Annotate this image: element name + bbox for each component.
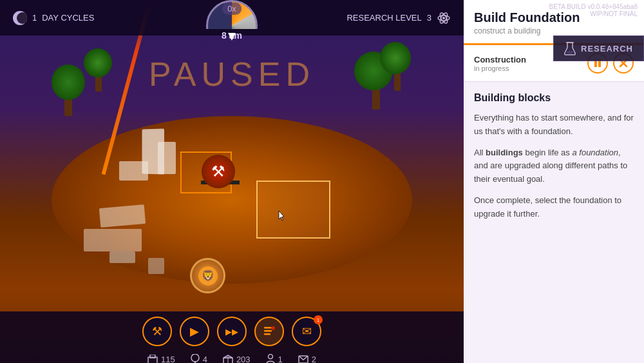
hud-left: 1 DAY CYCLES	[13, 11, 94, 25]
terrain-ground	[52, 116, 412, 284]
people-status: 1	[266, 354, 283, 363]
circular-element: 🦁	[190, 258, 225, 293]
build-button[interactable]: ⚒	[142, 317, 172, 346]
svg-rect-9	[150, 355, 155, 358]
tree-group-left-2	[84, 48, 119, 90]
top-hud: 1 DAY CYCLES 8 am 0x RESEARCH LEVEL 3	[0, 0, 464, 35]
paused-text: PAUSED	[149, 55, 315, 93]
construction-status: in progress	[474, 64, 526, 72]
game-viewport: PAUSED ⚒ 🦁 1 DAY CYCLES 8 am	[0, 0, 464, 363]
bottom-bar: ⚒ ▶ ▶▶ ✉ 1 115	[0, 311, 464, 363]
svg-point-7	[271, 326, 275, 330]
boxes-icon	[223, 355, 233, 363]
mail-badge: 1	[314, 315, 323, 324]
atom-icon	[437, 11, 451, 25]
boxes-status: 203	[223, 355, 251, 364]
tasks-icon	[263, 325, 276, 338]
people-count: 1	[278, 355, 283, 364]
status-bar: 115 4 203	[0, 351, 464, 363]
svg-rect-6	[264, 333, 270, 335]
description-3: Once complete, select the foundation to …	[474, 194, 634, 221]
small-building-1	[109, 251, 135, 263]
trees-count: 4	[203, 355, 207, 364]
desc2-prefix: All	[474, 148, 486, 157]
svg-point-10	[191, 354, 199, 362]
boxes-count: 203	[236, 355, 251, 364]
tree-group-right-2	[380, 42, 422, 90]
construction-marker: ⚒	[202, 155, 235, 188]
play-button[interactable]: ▶	[180, 317, 209, 346]
buildings-status: 115	[147, 355, 175, 364]
desc2-middle: begin life as	[523, 148, 573, 157]
buildings-icon	[147, 355, 158, 363]
hud-right: RESEARCH LEVEL 3	[346, 11, 451, 25]
section-title: Building blocks	[474, 92, 634, 104]
beta-build-text: BETA BUILD v0.0.48+845aba8 WIP/NOT FINAL	[549, 3, 638, 17]
desc2-italic: a foundation	[572, 148, 618, 157]
moon-icon	[13, 11, 27, 25]
flat-building-2	[84, 229, 142, 251]
construction-label: Construction	[474, 55, 526, 64]
messages-count: 2	[312, 355, 316, 364]
messages-icon	[298, 355, 308, 364]
research-level-value: 3	[427, 13, 431, 23]
svg-rect-5	[264, 330, 272, 332]
trees-status: 4	[191, 354, 207, 363]
small-building-2	[148, 258, 164, 274]
flask-icon	[564, 41, 576, 55]
speed-indicator[interactable]: 0x	[222, 3, 242, 15]
buildings-count: 115	[161, 355, 175, 364]
speed-value: 0x	[227, 4, 236, 14]
action-buttons: ⚒ ▶ ▶▶ ✉ 1	[0, 311, 464, 351]
tasks-button[interactable]	[254, 317, 284, 346]
building-block-1	[119, 161, 148, 181]
clock-needle	[228, 33, 236, 41]
cursor	[278, 210, 286, 222]
research-label: RESEARCH	[581, 44, 633, 54]
people-icon	[266, 354, 275, 363]
fast-forward-button[interactable]: ▶▶	[217, 317, 247, 346]
day-cycles-label: DAY CYCLES	[42, 13, 94, 23]
panel-subtitle: construct a building	[474, 26, 634, 35]
research-level-label: RESEARCH LEVEL	[346, 13, 421, 23]
desc2-bold: buildings	[486, 148, 523, 157]
panel-body: Building blocks Everything has to start …	[464, 82, 644, 363]
description-1: Everything has to start somewhere, and f…	[474, 112, 634, 139]
day-cycles-count: 1	[32, 13, 37, 23]
research-button[interactable]: RESEARCH	[553, 35, 644, 61]
flat-building	[99, 204, 146, 228]
foundation-outline	[256, 181, 330, 239]
construction-info: Construction in progress	[474, 55, 526, 72]
svg-point-15	[268, 355, 272, 359]
messages-status: 2	[298, 355, 316, 364]
building-tower-2	[158, 142, 176, 174]
trees-icon	[191, 354, 200, 363]
svg-point-18	[567, 51, 573, 54]
mail-button[interactable]: ✉ 1	[292, 317, 321, 346]
description-2: All buildings begin life as a foundation…	[474, 146, 634, 186]
svg-point-3	[442, 17, 445, 19]
